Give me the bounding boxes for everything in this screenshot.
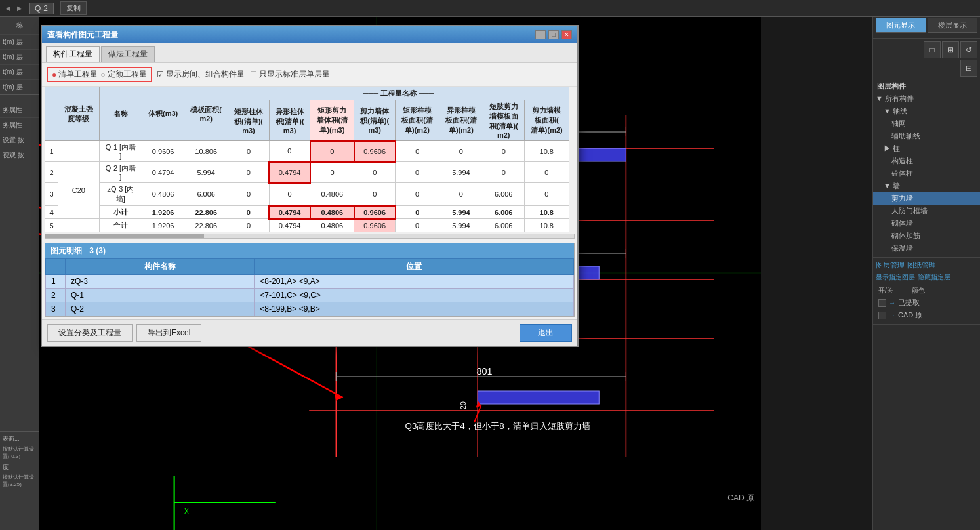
cell-name: 小计 xyxy=(99,206,142,219)
hide-layer-btn[interactable]: 隐藏指定层 xyxy=(918,273,950,282)
maximize-btn[interactable]: □ xyxy=(548,30,559,39)
view-icon-2[interactable]: ⊞ xyxy=(942,41,959,58)
tree-axis[interactable]: ▼ 轴线 xyxy=(873,105,980,117)
radio-quota-label: 清单工程量 xyxy=(58,69,98,80)
title-label: Q-2 xyxy=(29,3,54,14)
radio-fixed-label: 定额工程量 xyxy=(108,69,147,80)
dialog-tabs: 构件工程量 做法工程量 xyxy=(42,43,577,63)
cell-wmp: 0 xyxy=(524,183,569,206)
tree-column[interactable]: ▶ 柱 xyxy=(873,142,980,155)
tab-floor-display[interactable]: 楼层显示 xyxy=(928,18,978,33)
cell-mp: 6.006 xyxy=(184,183,228,206)
right-panel: 显示设置 图元显示 楼层显示 □ ⊞ ↺ ⊟ 图层构件 ▼ 所有构件 ▼ 轴线 … xyxy=(872,0,980,530)
col-vol: 体积(m3) xyxy=(142,87,184,141)
tree-masonry-wall[interactable]: 砌体墙 xyxy=(873,217,980,230)
grid-icon[interactable]: ⊟ xyxy=(960,60,977,77)
cell-rsv: 0.4806 xyxy=(310,183,354,206)
color-col-header: 颜色 xyxy=(912,286,925,295)
detail-cell-id: 1 xyxy=(46,275,66,289)
exit-btn[interactable]: 退出 xyxy=(520,324,572,342)
status-surface-val: 按默认计算设置(-0.3) xyxy=(1,445,37,460)
cell-smp: 0 xyxy=(483,141,524,162)
cell-vol: 0.9606 xyxy=(142,141,184,162)
dialog-titlebar: 查看构件图元工程量 ─ □ ✕ xyxy=(42,26,577,43)
radio-fixed-off-icon: ○ xyxy=(100,70,105,79)
tree-axis-grid[interactable]: 轴网 xyxy=(873,117,980,130)
cell-sv: 0.9606 xyxy=(354,141,396,162)
layer-mgmt-section: 图层管理 图纸管理 显示指定图层 隐藏指定层 开/关 颜色 → 已提取 → CA… xyxy=(873,258,980,325)
status-degree-val: 按默认计算设置(3.25) xyxy=(1,473,37,489)
tree-masonry-rebar[interactable]: 砌体加筋 xyxy=(873,230,980,242)
tree-aux-axis[interactable]: 辅助轴线 xyxy=(873,130,980,142)
dialog-toolbar: ● 清单工程量 ○ 定额工程量 ☑ 显示房间、组合构件量 ☐ 只显示标准层单层量 xyxy=(42,63,577,87)
h-scrollbar[interactable] xyxy=(45,234,575,239)
cell-grade xyxy=(58,141,100,162)
cell-amp: 5.994 xyxy=(439,162,483,183)
col-irreg-vol: 异形柱体积(清单)(m3) xyxy=(269,100,310,141)
element-detail-section: 图元明细 3 (3) 构件名称 位置 1 zQ-3 <8-201,A> <9,A… xyxy=(45,243,575,317)
detail-cell-id: 2 xyxy=(46,289,66,302)
classify-btn[interactable]: 设置分类及工程量 xyxy=(47,324,133,342)
close-btn[interactable]: ✕ xyxy=(561,30,572,39)
cell-id: 3 xyxy=(45,183,58,206)
radio-quota-list[interactable]: ● 清单工程量 xyxy=(52,69,98,80)
checkbox-show-room[interactable]: ☑ 显示房间、组合构件量 xyxy=(157,69,245,80)
tree-airdef-wall[interactable]: 人防门框墙 xyxy=(873,205,980,217)
cell-sv-total: 0.9606 xyxy=(354,219,396,232)
checkbox-std-layer-label: 只显示标准层单层量 xyxy=(259,69,330,80)
left-side-item-3: t(m) 层 xyxy=(0,50,39,65)
radio-fixed-quota[interactable]: ○ 定额工程量 xyxy=(100,69,146,80)
checkbox-std-layer[interactable]: ☐ 只显示标准层单层量 xyxy=(250,69,330,80)
col-quantity-name: ─── 工程量名称 ─── xyxy=(228,87,569,100)
dialog-footer: 设置分类及工程量 导出到Excel 退出 xyxy=(42,319,577,346)
tree-shear-wall[interactable]: 剪力墙 xyxy=(873,192,980,205)
layer-row-extracted: → 已提取 xyxy=(876,296,977,309)
cell-rsv-total: 0.4806 xyxy=(310,219,354,232)
detail-row-2[interactable]: 2 Q-1 <7-101,C> <9,C> xyxy=(46,289,574,302)
export-btn[interactable]: 导出到Excel xyxy=(136,324,201,342)
cell-grade-total xyxy=(58,219,100,232)
left-side-item-8: 设置 按 xyxy=(0,133,39,148)
col-id xyxy=(45,87,58,141)
copy-btn[interactable]: 复制 xyxy=(60,1,87,15)
quantity-table: 混凝土强度等级 名称 体积(m3) 模板面积(m2) ─── 工程量名称 ───… xyxy=(45,87,569,232)
drawing-mgmt-label[interactable]: 图纸管理 xyxy=(907,260,936,270)
cell-rsv: 0 xyxy=(310,141,354,162)
tab-element-display[interactable]: 图元显示 xyxy=(876,18,926,33)
view-icon-1[interactable]: □ xyxy=(924,41,941,58)
tree-wall[interactable]: ▼ 墙 xyxy=(873,180,980,192)
tab-method-quantity[interactable]: 做法工程量 xyxy=(101,46,155,62)
layer-check-cad[interactable] xyxy=(878,312,886,319)
col-rect-mp: 矩形柱模板面积(清单)(m2) xyxy=(396,100,439,141)
detail-row-3[interactable]: 3 Q-2 <8-199,B> <9,B> xyxy=(46,302,574,316)
cell-av: 0 xyxy=(269,141,310,162)
cell-rv: 0 xyxy=(228,183,270,206)
cell-id: 5 xyxy=(45,219,58,232)
show-layer-btn[interactable]: 显示指定图层 xyxy=(876,273,915,282)
cell-smp-total: 6.006 xyxy=(483,219,524,232)
layer-check-extracted[interactable] xyxy=(878,299,886,307)
cell-rv: 0 xyxy=(228,162,270,183)
element-detail-table: 构件名称 位置 1 zQ-3 <8-201,A> <9,A> 2 Q-1 <7-… xyxy=(45,258,574,316)
tree-struct-col[interactable]: 构造柱 xyxy=(873,155,980,167)
left-side-item-6: 务属性 xyxy=(0,103,39,118)
tab-component-quantity[interactable]: 构件工程量 xyxy=(46,46,100,62)
cell-sv: 0 xyxy=(354,162,396,183)
cell-av-total: 0.4794 xyxy=(269,219,310,232)
cell-vol-total: 1.9206 xyxy=(142,219,184,232)
col-grade: 混凝土强度等级 xyxy=(58,87,100,141)
left-side-item-4: t(m) 层 xyxy=(0,65,39,80)
cell-mp: 22.806 xyxy=(184,206,228,219)
cell-rmp: 0 xyxy=(396,141,439,162)
minimize-btn[interactable]: ─ xyxy=(535,30,546,39)
detail-row-1[interactable]: 1 zQ-3 <8-201,A> <9,A> xyxy=(46,275,574,289)
layer-mgmt-label[interactable]: 图层管理 xyxy=(876,260,905,270)
detail-col-pos: 位置 xyxy=(255,259,574,275)
cell-name: zQ-3 [内墙] xyxy=(99,183,142,206)
view-icon-3[interactable]: ↺ xyxy=(960,41,977,58)
tree-concrete-col[interactable]: 砼体柱 xyxy=(873,167,980,180)
checkbox-show-room-label: 显示房间、组合构件量 xyxy=(166,69,245,80)
app-back-icon: ◀ xyxy=(5,5,10,12)
tree-all-components[interactable]: ▼ 所有构件 xyxy=(873,92,980,105)
tree-insul-wall[interactable]: 保温墙 xyxy=(873,242,980,255)
